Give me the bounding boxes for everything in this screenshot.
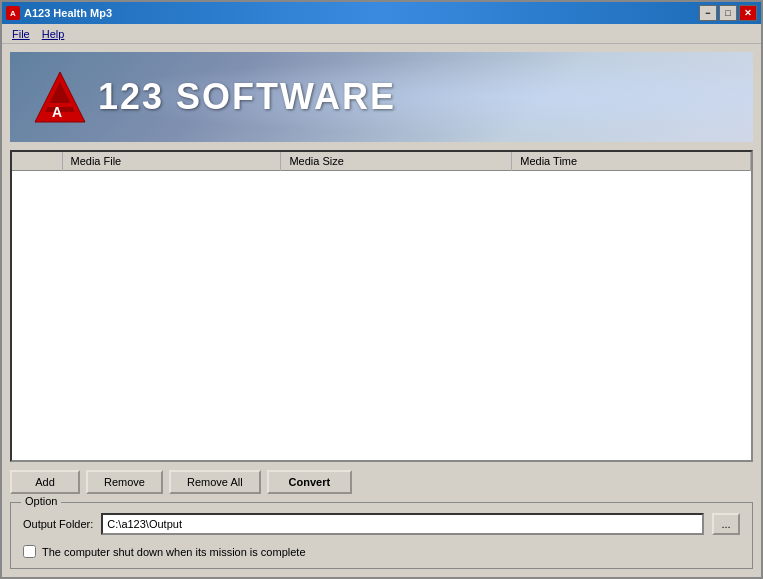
add-button[interactable]: Add — [10, 470, 80, 494]
shutdown-label: The computer shut down when its mission … — [42, 546, 306, 558]
title-bar: A A123 Health Mp3 − □ ✕ — [2, 2, 761, 24]
menu-file[interactable]: File — [6, 26, 36, 42]
logo-icon: A — [30, 67, 90, 127]
option-group: Option Output Folder: ... The computer s… — [10, 502, 753, 569]
col-media-time: Media Time — [512, 152, 751, 171]
file-list-container[interactable]: Media File Media Size Media Time — [10, 150, 753, 462]
logo: A 123 SOFTWARE — [30, 67, 396, 127]
close-button[interactable]: ✕ — [739, 5, 757, 21]
shutdown-checkbox-row: The computer shut down when its mission … — [23, 545, 740, 558]
file-list-table: Media File Media Size Media Time — [12, 152, 751, 171]
app-icon: A — [6, 6, 20, 20]
menu-help[interactable]: Help — [36, 26, 71, 42]
col-media-size: Media Size — [281, 152, 512, 171]
shutdown-checkbox[interactable] — [23, 545, 36, 558]
convert-button[interactable]: Convert — [267, 470, 353, 494]
svg-text:A: A — [52, 104, 62, 120]
output-folder-row: Output Folder: ... — [23, 513, 740, 535]
window-title: A123 Health Mp3 — [24, 7, 112, 19]
col-number — [12, 152, 62, 171]
buttons-row: Add Remove Remove All Convert — [10, 470, 753, 494]
banner-text: 123 SOFTWARE — [98, 76, 396, 118]
remove-button[interactable]: Remove — [86, 470, 163, 494]
table-header-row: Media File Media Size Media Time — [12, 152, 751, 171]
main-window: A A123 Health Mp3 − □ ✕ File Help — [0, 0, 763, 579]
browse-button[interactable]: ... — [712, 513, 740, 535]
title-bar-text: A A123 Health Mp3 — [6, 6, 112, 20]
maximize-button[interactable]: □ — [719, 5, 737, 21]
minimize-button[interactable]: − — [699, 5, 717, 21]
remove-all-button[interactable]: Remove All — [169, 470, 261, 494]
banner: A 123 SOFTWARE — [10, 52, 753, 142]
menu-bar: File Help — [2, 24, 761, 44]
content-area: A 123 SOFTWARE Media File Media Size Med… — [2, 44, 761, 577]
col-media-file: Media File — [62, 152, 281, 171]
option-legend: Option — [21, 495, 61, 507]
title-bar-controls: − □ ✕ — [699, 5, 757, 21]
output-folder-input[interactable] — [101, 513, 704, 535]
output-folder-label: Output Folder: — [23, 518, 93, 530]
